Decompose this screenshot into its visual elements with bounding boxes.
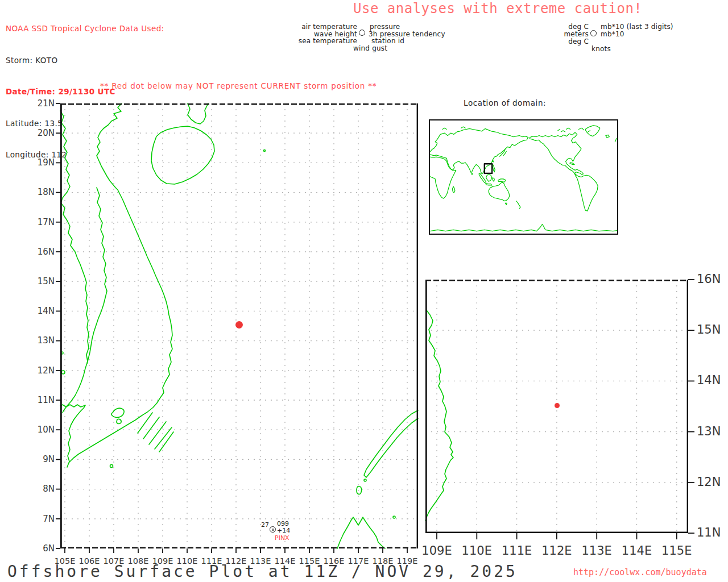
river-line [60, 111, 89, 413]
vietnam-coastline [425, 310, 453, 521]
lat-tick-label: 9N [32, 454, 55, 464]
legend-station-id: station id [371, 37, 404, 45]
lat-tick-label: 20N [32, 128, 55, 138]
taiwan [493, 160, 494, 162]
station-air-temp: 27 [258, 521, 269, 529]
storm-position-dot [555, 403, 560, 408]
java [486, 184, 492, 185]
station-plot-inner-circle-icon [272, 529, 275, 531]
lat-tick-label: 19N [32, 157, 55, 168]
small-island [264, 150, 266, 152]
small-island [357, 487, 362, 494]
lake [111, 408, 124, 423]
south-america [574, 173, 598, 211]
source-url: http://coolwx.com/buoydata [573, 567, 707, 577]
greenland [585, 126, 600, 136]
lon-tick-label: 115E [659, 544, 695, 558]
lon-tick-label: 111E [499, 544, 535, 558]
legend-unit-degc-air: deg C [503, 23, 589, 31]
lat-tick-label: 11N [32, 395, 55, 405]
new-zealand [516, 201, 520, 209]
lat-tick-label: 8N [32, 484, 55, 494]
lon-tick-label: 110E [458, 544, 495, 558]
palawan-island [364, 410, 418, 477]
lat-tick-label: 13N [697, 425, 728, 438]
legend-unit-mb-last3: mb*10 (last 3 digits) [601, 23, 673, 31]
station-pressure-tendency: +14 [277, 527, 290, 534]
storm-position-dot [235, 321, 243, 329]
tc-source-line: NOAA SSD Tropical Cyclone Data Used: [6, 23, 164, 34]
madagascar [452, 186, 455, 193]
small-island [364, 479, 366, 481]
sumatra [479, 173, 486, 183]
borneo-coast [337, 517, 385, 548]
lat-tick-label: 18N [32, 187, 55, 197]
coastline-layer [425, 310, 453, 521]
offshore-surface-plot-page: NOAA SSD Tropical Cyclone Data Used: Sto… [0, 0, 728, 582]
lat-tick-label: 15N [32, 276, 55, 286]
philippines [493, 164, 495, 172]
storm-position-warning: ** Red dot below may NOT represent CURRE… [100, 81, 377, 90]
new-guinea [498, 179, 506, 182]
small-island [61, 371, 65, 374]
legend-unit-degc-sea: deg C [503, 38, 589, 45]
north-america [530, 132, 583, 174]
africa [430, 157, 456, 198]
world-coastline-layer [430, 126, 617, 231]
station-id: PINX [275, 534, 289, 542]
sri-lanka [471, 173, 473, 174]
lat-tick-label: 15N [697, 323, 728, 336]
small-island [110, 465, 113, 468]
small-island [393, 516, 395, 518]
plot-title: Offshore Surface Plot at 11Z / NOV 29, 2… [7, 562, 518, 581]
tasmania [506, 203, 507, 205]
eurasia [430, 128, 528, 174]
tc-storm-line: Storm: KOTO [6, 55, 164, 66]
lat-tick-label: 11N [697, 526, 728, 539]
lat-tick-label: 21N [32, 98, 55, 109]
lat-tick-label: 17N [32, 217, 55, 227]
antarctica [430, 224, 617, 231]
legend-sea-temperature: sea temperature [272, 37, 357, 45]
sulawesi [493, 178, 495, 182]
hainan-island [151, 126, 214, 184]
station-circle-icon [590, 30, 597, 36]
lat-tick-label: 12N [697, 475, 728, 489]
lat-tick-label: 7N [32, 514, 55, 524]
cuba [570, 163, 574, 164]
legend-unit-meters: meters [503, 30, 589, 38]
lon-tick-label: 109E [419, 544, 455, 558]
lat-tick-label: 13N [32, 335, 55, 346]
lat-tick-label: 10N [32, 425, 55, 435]
legend-unit-knots: knots [592, 45, 611, 53]
caution-banner: Use analyses with extreme caution! [353, 1, 642, 16]
leizhou-peninsula [188, 103, 208, 124]
lat-tick-label: 16N [697, 272, 728, 286]
detail-map: 109E110E111E112E113E114E115E16N15N14N13N… [425, 280, 688, 533]
borneo [486, 174, 492, 181]
lat-tick-label: 14N [32, 306, 55, 316]
river-line [87, 188, 107, 364]
lat-tick-label: 14N [697, 373, 728, 387]
delta-channels [138, 413, 173, 452]
inset-title: Location of domain: [464, 98, 546, 107]
lon-tick-label: 112E [539, 544, 575, 558]
legend-wind-gust: wind gust [353, 44, 387, 52]
lon-tick-label: 114E [619, 544, 655, 558]
main-map: 27 099 +14 PINX 105E106E107E108E109E110E… [60, 103, 418, 548]
legend-unit-mb: mb*10 [601, 30, 624, 38]
lon-tick-label: 113E [578, 544, 615, 558]
world-inset-map [429, 119, 618, 235]
lat-tick-label: 12N [32, 365, 55, 376]
world-inset-canvas [430, 120, 617, 234]
japan [499, 149, 506, 156]
mainland-coastline [60, 103, 172, 467]
lat-tick-label: 16N [32, 247, 55, 257]
lat-tick-label: 6N [32, 543, 55, 554]
station-circle-icon [359, 30, 365, 36]
